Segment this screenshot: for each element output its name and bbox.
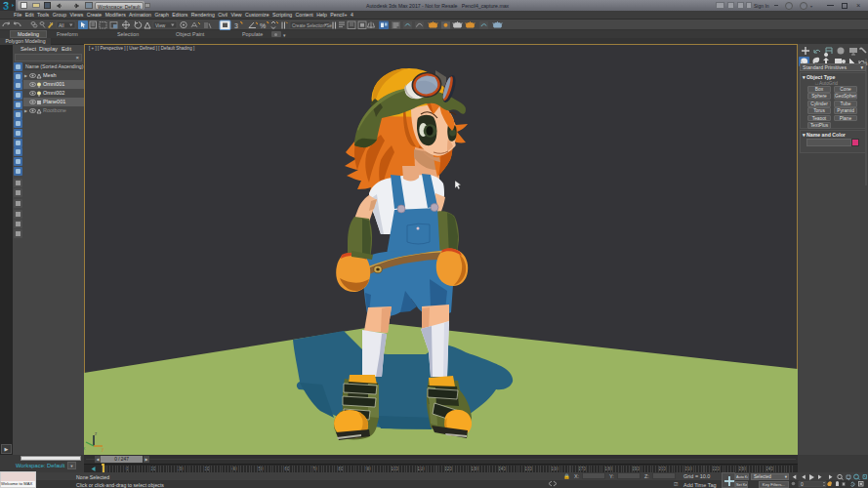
svg-text:0: 0 <box>801 481 804 487</box>
svg-text:View: View <box>155 23 166 28</box>
svg-text:Create Selection Se: Create Selection Se <box>292 23 332 28</box>
svg-text:3: 3 <box>234 22 238 29</box>
svg-text:All: All <box>59 22 64 28</box>
svg-text:3: 3 <box>3 0 9 11</box>
svg-text:%: % <box>260 22 266 29</box>
